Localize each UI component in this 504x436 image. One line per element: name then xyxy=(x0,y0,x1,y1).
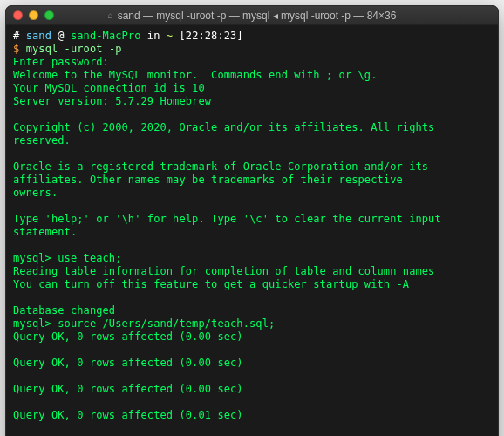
blank-line xyxy=(13,396,491,409)
window-title: ⌂ sand — mysql -uroot -p — mysql ◂ mysql… xyxy=(6,6,498,24)
blank-line xyxy=(13,239,491,252)
minimize-button[interactable] xyxy=(29,10,38,20)
prompt-hash: # xyxy=(13,30,26,42)
prompt-host: sand-MacPro xyxy=(71,30,141,42)
blank-line xyxy=(13,422,491,435)
prompt-line-2: $ mysql -uroot -p xyxy=(13,43,491,56)
output-line: Type 'help;' or '\h' for help. Type '\c'… xyxy=(13,213,491,239)
prompt-line-1: # sand @ sand-MacPro in ~ [22:28:23] xyxy=(13,30,491,43)
prompt-dollar: $ xyxy=(13,43,26,55)
output-line: Enter password: xyxy=(13,56,491,69)
window-title-text: sand — mysql -uroot -p — mysql ◂ mysql -… xyxy=(118,10,397,22)
output-line: Reading table information for completion… xyxy=(13,265,491,278)
output-line: affiliates. Other names may be trademark… xyxy=(13,174,491,187)
terminal-body[interactable]: # sand @ sand-MacPro in ~ [22:28:23] $ m… xyxy=(6,25,498,436)
blank-line xyxy=(13,147,491,160)
output-line: Your MySQL connection id is 10 xyxy=(13,82,491,95)
zoom-button[interactable] xyxy=(44,10,54,20)
prompt-in: in xyxy=(141,30,167,42)
window-title-bar[interactable]: ⌂ sand — mysql -uroot -p — mysql ◂ mysql… xyxy=(6,6,498,25)
output-line: Query OK, 0 rows affected (0.00 sec) xyxy=(13,357,491,370)
output-line: Oracle is a registered trademark of Orac… xyxy=(13,160,491,174)
terminal-window: ⌂ sand — mysql -uroot -p — mysql ◂ mysql… xyxy=(5,5,499,436)
output-line: Copyright (c) 2000, 2020, Oracle and/or … xyxy=(13,121,491,147)
mysql-prompt-line: mysql> use teach; xyxy=(13,252,491,265)
output-line: You can turn off this feature to get a q… xyxy=(13,278,491,291)
output-line: Query OK, 0 rows affected (0.01 sec) xyxy=(13,409,491,422)
output-line: Welcome to the MySQL monitor. Commands e… xyxy=(13,69,491,82)
output-line: Query OK, 0 rows affected (0.00 sec) xyxy=(13,383,491,396)
output-line: Database changed xyxy=(13,304,491,317)
output-line: Query OK, 0 rows affected (0.00 sec) xyxy=(13,330,491,344)
prompt-command: mysql -uroot -p xyxy=(26,43,122,55)
close-button[interactable] xyxy=(13,10,23,20)
output-line: owners. xyxy=(13,187,491,200)
prompt-time: [22:28:23] xyxy=(173,30,243,42)
home-icon: ⌂ xyxy=(108,10,113,20)
output-line: Server version: 5.7.29 Homebrew xyxy=(13,95,491,108)
blank-line xyxy=(13,108,491,121)
prompt-at: @ xyxy=(51,30,71,42)
blank-line xyxy=(13,344,491,357)
blank-line xyxy=(13,291,491,304)
mysql-prompt-line: mysql> source /Users/sand/temp/teach.sql… xyxy=(13,317,491,330)
prompt-user: sand xyxy=(26,30,51,42)
blank-line xyxy=(13,200,491,213)
window-controls xyxy=(13,10,54,20)
blank-line xyxy=(13,370,491,383)
